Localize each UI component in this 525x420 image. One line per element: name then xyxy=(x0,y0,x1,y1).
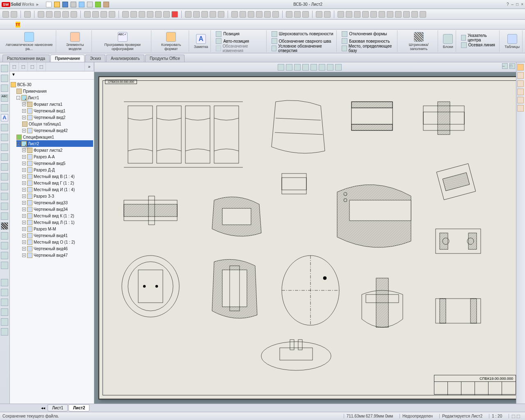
lt-icon[interactable] xyxy=(1,124,8,131)
ribbon-hole-callout[interactable]: Условное обозначение отверстия xyxy=(272,45,334,52)
tb-icon[interactable] xyxy=(155,11,162,18)
lt-icon[interactable] xyxy=(1,153,8,161)
drawing-view[interactable] xyxy=(427,286,489,336)
lt-icon[interactable] xyxy=(1,144,8,151)
lt-icon[interactable] xyxy=(1,299,8,306)
lt-icon[interactable] xyxy=(1,193,8,200)
status-icons[interactable]: ⬚ ⬚ xyxy=(509,414,523,418)
tb-icon[interactable] xyxy=(54,11,61,18)
hu-icon[interactable] xyxy=(335,64,342,71)
tree-item[interactable]: +Чертежный вид34 xyxy=(22,206,93,212)
tree-item[interactable]: +Разрез А-А xyxy=(22,153,93,160)
options-icon[interactable] xyxy=(103,2,109,7)
tb-icon[interactable] xyxy=(71,11,77,18)
expand-icon[interactable]: + xyxy=(22,109,26,113)
zoom-prev-icon[interactable] xyxy=(210,11,216,18)
tb-icon[interactable] xyxy=(130,11,137,18)
hu-icon[interactable] xyxy=(286,64,292,71)
zoom-area-icon[interactable] xyxy=(201,11,208,18)
expand-icon[interactable]: + xyxy=(22,201,26,205)
view-icon[interactable] xyxy=(231,11,238,18)
lt-icon[interactable] xyxy=(1,212,8,220)
lt-icon[interactable] xyxy=(1,232,8,240)
title-block[interactable]: СПБК19.00.000.000 xyxy=(434,375,516,395)
tree-item[interactable]: +Чертежный вид1 xyxy=(22,107,93,114)
lt-icon[interactable] xyxy=(1,65,8,72)
ribbon-datum-target[interactable]: Место, определяющее базу xyxy=(342,45,395,52)
expand-icon[interactable]: + xyxy=(22,208,26,211)
tb-icon[interactable] xyxy=(122,11,129,18)
ribbon-tables[interactable]: Таблицы xyxy=(502,30,523,52)
iso-icon[interactable] xyxy=(370,11,377,18)
drawing-view[interactable] xyxy=(120,94,255,176)
tp-custom-icon[interactable] xyxy=(517,105,524,112)
ribbon-center-mark[interactable]: Указатель центра xyxy=(461,34,497,41)
hu-icon[interactable] xyxy=(278,64,284,71)
iso-icon[interactable] xyxy=(395,11,402,18)
drawing-view[interactable] xyxy=(206,184,267,245)
drawing-view[interactable] xyxy=(427,217,489,266)
app-menu-chevron-icon[interactable]: ▸ xyxy=(37,2,39,7)
close-icon[interactable]: × xyxy=(521,2,523,7)
cm-tab-icon[interactable]: ⬚ xyxy=(28,62,37,71)
expand-icon[interactable]: + xyxy=(22,194,26,198)
tb-icon[interactable] xyxy=(100,11,107,18)
lt-icon[interactable] xyxy=(1,279,8,286)
tb-icon[interactable] xyxy=(2,11,9,18)
expand-icon[interactable]: + xyxy=(22,162,26,165)
sheet-tab-1[interactable]: Лист1 xyxy=(48,404,68,411)
tb-icon[interactable] xyxy=(84,11,91,18)
expand-icon[interactable]: + xyxy=(22,227,26,231)
tab-office[interactable]: Продукты Office xyxy=(145,55,185,62)
lt-hatch-icon[interactable] xyxy=(1,222,8,230)
tp-library-icon[interactable] xyxy=(517,72,524,79)
tab-sketch[interactable]: Эскиз xyxy=(85,55,105,62)
expand-icon[interactable]: + xyxy=(22,240,26,244)
ribbon-spellcheck[interactable]: ABC✓Программа проверки орфографии xyxy=(94,30,151,52)
drawing-view[interactable] xyxy=(427,155,485,208)
expand-icon[interactable]: + xyxy=(22,116,26,119)
ribbon-rev-symbol[interactable]: Обозначение изменения xyxy=(216,45,263,52)
new-icon[interactable] xyxy=(46,2,52,7)
view-icon[interactable] xyxy=(272,11,279,18)
lt-abc-icon[interactable]: ABC xyxy=(1,94,8,102)
tree-item[interactable]: +Местный вид И (1 : 4) xyxy=(22,186,93,193)
ribbon-auto-dimension[interactable]: Автоматическое нанесение ра... xyxy=(2,30,56,52)
ribbon-blocks[interactable]: Блоки xyxy=(441,30,456,52)
status-scale[interactable]: 1 : 20 xyxy=(489,414,504,418)
lt-a-icon[interactable]: A xyxy=(1,114,8,121)
line-icon[interactable] xyxy=(324,11,331,18)
tree-item[interactable]: +Чертежный вид46 xyxy=(22,245,93,252)
tp-appearance-icon[interactable] xyxy=(517,97,524,103)
print-icon[interactable] xyxy=(71,2,76,7)
viewport[interactable]: СПБК19.00.000.000 xyxy=(94,72,525,404)
ribbon-model-items[interactable]: Элементы модели xyxy=(59,30,91,52)
lt-icon[interactable] xyxy=(1,75,8,82)
tab-annotation[interactable]: Примечание xyxy=(50,55,84,62)
pan-icon[interactable] xyxy=(218,11,224,18)
expand-icon[interactable]: + xyxy=(22,129,26,132)
select-icon[interactable] xyxy=(87,2,93,7)
line-icon[interactable] xyxy=(316,11,322,18)
tree-item[interactable]: +Чертежный вид33 xyxy=(22,199,93,206)
collapse-icon[interactable]: - xyxy=(16,96,20,100)
ribbon-copy-format[interactable]: Копировать формат xyxy=(154,30,189,52)
maximize-icon[interactable]: □ xyxy=(516,2,518,7)
feature-tree[interactable]: ВСБ-30 Примечания -Лист1 +Формат листа1 … xyxy=(10,80,94,404)
tab-view-layout[interactable]: Расположение вида xyxy=(2,55,50,62)
view-icon[interactable] xyxy=(240,11,246,18)
tree-item[interactable]: +Чертежный вид42 xyxy=(22,127,93,134)
view-icon[interactable] xyxy=(264,11,271,18)
expand-icon[interactable]: + xyxy=(22,181,26,185)
iso-icon[interactable] xyxy=(346,11,352,18)
select-arrow-icon[interactable] xyxy=(24,11,31,18)
tree-item[interactable]: +Местный вид О (1 : 2) xyxy=(22,239,93,245)
lt-icon[interactable] xyxy=(1,308,8,316)
iso-icon[interactable] xyxy=(387,11,393,18)
tree-item[interactable]: Общая таблица1 xyxy=(22,121,93,127)
tp-explorer-icon[interactable] xyxy=(517,80,524,87)
tt-icon[interactable]: TT xyxy=(16,22,20,27)
iso-icon[interactable] xyxy=(403,11,410,18)
tree-item[interactable]: +Разрез Д-Д xyxy=(22,167,93,173)
hu-icon[interactable] xyxy=(310,64,317,71)
